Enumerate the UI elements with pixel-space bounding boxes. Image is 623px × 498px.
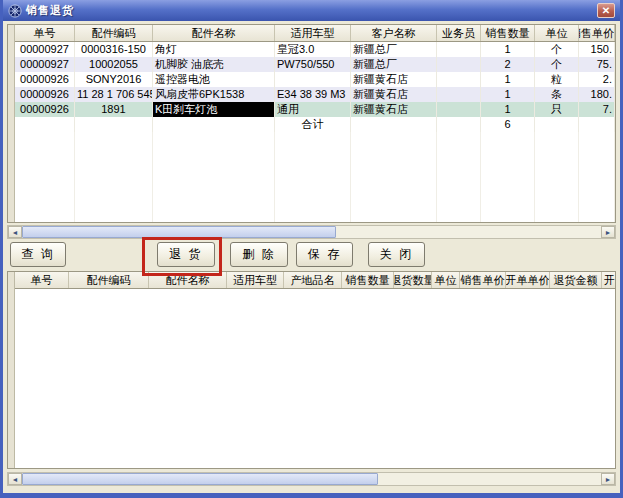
cell[interactable]: 新疆黄石店 xyxy=(351,102,437,117)
column-header-sales-qty[interactable]: 销售数量 xyxy=(342,272,394,288)
column-header-part-name[interactable]: 配件名称 xyxy=(149,272,227,288)
column-header-clipped[interactable]: 开 xyxy=(602,272,615,288)
cell[interactable]: 条 xyxy=(535,87,579,102)
table-row[interactable]: 00000926 11 28 1 706 545 风扇皮带6PK1538 E34… xyxy=(15,87,615,102)
filler-cell xyxy=(351,132,437,222)
cell[interactable]: 1 xyxy=(481,102,535,117)
column-header-sales-price[interactable]: 销售单价 xyxy=(579,25,615,41)
column-header-sales-qty[interactable]: 销售数量 xyxy=(481,25,535,41)
sales-table: 单号 配件编码 配件名称 适用车型 客户名称 业务员 销售数量 单位 销售单价 … xyxy=(7,24,616,223)
cell[interactable]: 11 28 1 706 545 xyxy=(75,87,153,102)
cell[interactable]: 00000927 xyxy=(15,57,75,72)
cell[interactable]: 150. xyxy=(579,42,615,57)
cell[interactable]: 皇冠3.0 xyxy=(275,42,351,57)
filler-cell xyxy=(15,132,75,222)
cell xyxy=(15,117,75,132)
table-row[interactable]: 00000927 0000316-150 角灯 皇冠3.0 新疆总厂 1 个 1… xyxy=(15,42,615,57)
scrollbar-thumb[interactable] xyxy=(22,473,378,485)
cell[interactable]: PW750/550 xyxy=(275,57,351,72)
table2-hscrollbar[interactable]: ◄ ► xyxy=(7,472,616,486)
cell[interactable]: 机脚胶 油底壳 xyxy=(153,57,275,72)
column-header-return-amount[interactable]: 退货金额 xyxy=(550,272,602,288)
column-header-origin-product[interactable]: 产地品名 xyxy=(284,272,342,288)
table-row[interactable]: 00000927 10002055 机脚胶 油底壳 PW750/550 新疆总厂… xyxy=(15,57,615,72)
column-header-invoice-price[interactable]: 开单单价 xyxy=(506,272,550,288)
return-button[interactable]: 退 货 xyxy=(157,242,215,267)
column-header-salesman[interactable]: 业务员 xyxy=(437,25,481,41)
save-button[interactable]: 保 存 xyxy=(296,242,353,267)
column-header-part-code[interactable]: 配件编码 xyxy=(69,272,149,288)
cell[interactable] xyxy=(437,57,481,72)
column-header-unit[interactable]: 单位 xyxy=(535,25,579,41)
cell[interactable]: 新疆总厂 xyxy=(351,42,437,57)
titlebar: 销售退货 ✕ xyxy=(3,0,620,21)
cell[interactable]: 风扇皮带6PK1538 xyxy=(153,87,275,102)
table-row[interactable]: 00000926 SONY2016 遥控器电池 新疆黄石店 1 粒 2. xyxy=(15,72,615,87)
query-button[interactable]: 查 询 xyxy=(10,242,66,267)
cell[interactable]: 角灯 xyxy=(153,42,275,57)
column-header-vehicle-model[interactable]: 适用车型 xyxy=(275,25,351,41)
cell[interactable]: 00000927 xyxy=(15,42,75,57)
cell[interactable]: 75. xyxy=(579,57,615,72)
filler-cell xyxy=(535,132,579,222)
filler-cell xyxy=(275,132,351,222)
column-header-return-qty[interactable]: 退货数量 xyxy=(394,272,432,288)
cell[interactable]: 通用 xyxy=(275,102,351,117)
delete-button[interactable]: 删 除 xyxy=(230,242,288,267)
cell[interactable]: E34 38 39 M3 xyxy=(275,87,351,102)
cell[interactable]: 00000926 xyxy=(15,72,75,87)
cell[interactable]: 2. xyxy=(579,72,615,87)
cell[interactable]: 新疆总厂 xyxy=(351,57,437,72)
cell[interactable]: 2 xyxy=(481,57,535,72)
table-row-selected[interactable]: 00000926 1891 K田刹车灯泡 通用 新疆黄石店 1 只 7. xyxy=(15,102,615,117)
scrollbar-track[interactable] xyxy=(336,226,601,238)
cell[interactable]: 1 xyxy=(481,72,535,87)
client-area: 单号 配件编码 配件名称 适用车型 客户名称 业务员 销售数量 单位 销售单价 … xyxy=(3,21,620,493)
close-icon: ✕ xyxy=(602,5,610,16)
scrollbar-track[interactable] xyxy=(378,473,601,485)
cell[interactable] xyxy=(437,72,481,87)
cell[interactable]: 10002055 xyxy=(75,57,153,72)
column-header-order-no[interactable]: 单号 xyxy=(15,272,69,288)
cell[interactable]: 新疆黄石店 xyxy=(351,72,437,87)
cell[interactable]: 粒 xyxy=(535,72,579,87)
scrollbar-thumb[interactable] xyxy=(22,226,336,238)
cell[interactable] xyxy=(275,72,351,87)
cell[interactable] xyxy=(437,87,481,102)
close-window-button[interactable]: 关 闭 xyxy=(368,242,425,267)
cell[interactable]: 1 xyxy=(481,87,535,102)
cell[interactable]: 个 xyxy=(535,57,579,72)
close-button[interactable]: ✕ xyxy=(597,3,615,18)
scroll-left-button[interactable]: ◄ xyxy=(8,473,22,485)
column-header-customer-name[interactable]: 客户名称 xyxy=(351,25,437,41)
column-header-sales-price[interactable]: 销售单价 xyxy=(460,272,506,288)
scroll-right-button[interactable]: ► xyxy=(601,226,615,238)
scroll-right-button[interactable]: ► xyxy=(601,473,615,485)
cell[interactable]: 0000316-150 xyxy=(75,42,153,57)
cell[interactable]: 1 xyxy=(481,42,535,57)
window-title: 销售退货 xyxy=(26,3,74,18)
total-row: 合计 6 xyxy=(15,117,615,132)
column-header-part-name[interactable]: 配件名称 xyxy=(153,25,275,41)
cell[interactable]: 个 xyxy=(535,42,579,57)
column-header-vehicle-model[interactable]: 适用车型 xyxy=(227,272,284,288)
column-header-unit[interactable]: 单位 xyxy=(432,272,460,288)
selected-cell[interactable]: K田刹车灯泡 xyxy=(153,102,275,117)
column-header-part-code[interactable]: 配件编码 xyxy=(75,25,153,41)
cell[interactable] xyxy=(437,42,481,57)
cell xyxy=(437,117,481,132)
cell[interactable]: 只 xyxy=(535,102,579,117)
cell[interactable]: 遥控器电池 xyxy=(153,72,275,87)
cell[interactable]: 新疆黄石店 xyxy=(351,87,437,102)
cell[interactable]: 180. xyxy=(579,87,615,102)
column-header-order-no[interactable]: 单号 xyxy=(15,25,75,41)
table1-hscrollbar[interactable]: ◄ ► xyxy=(7,225,616,239)
return-table-header: 单号 配件编码 配件名称 适用车型 产地品名 销售数量 退货数量 单位 销售单价… xyxy=(15,272,615,289)
cell[interactable]: 00000926 xyxy=(15,87,75,102)
cell[interactable]: 7. xyxy=(579,102,615,117)
scroll-left-button[interactable]: ◄ xyxy=(8,226,22,238)
cell[interactable]: 00000926 xyxy=(15,102,75,117)
cell[interactable]: 1891 xyxy=(75,102,153,117)
cell[interactable]: SONY2016 xyxy=(75,72,153,87)
cell[interactable] xyxy=(437,102,481,117)
